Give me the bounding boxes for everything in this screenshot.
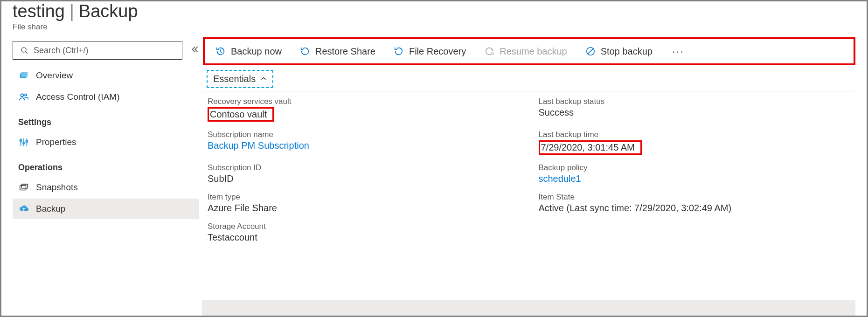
svg-line-1 <box>26 52 28 54</box>
sidebar-search[interactable] <box>13 41 182 60</box>
search-icon <box>19 45 30 56</box>
field-value: Azure File Share <box>208 203 520 214</box>
sidebar-item-backup[interactable]: Backup <box>13 199 199 219</box>
field-subscription-name: Subscription name Backup PM Subscription <box>208 130 520 155</box>
page-name: Backup <box>79 1 138 21</box>
field-label: Storage Account <box>208 222 520 231</box>
title-separator: | <box>69 1 74 21</box>
restore-share-button[interactable]: Restore Share <box>299 44 376 59</box>
svg-point-4 <box>21 94 23 96</box>
field-label: Last backup status <box>539 97 851 106</box>
essentials-toggle[interactable]: Essentials <box>207 70 273 88</box>
sidebar-section-settings: Settings <box>13 108 199 131</box>
sliders-icon <box>18 137 29 148</box>
field-recovery-services-vault: Recovery services vault Contoso vault <box>208 97 520 122</box>
undo-icon <box>393 46 404 57</box>
essentials-title: Essentials <box>213 74 256 84</box>
field-storage-account: Storage Account Testaccount <box>208 222 520 243</box>
resume-backup-button: Resume backup <box>483 44 568 59</box>
field-value: Testaccount <box>208 232 520 243</box>
field-item-type: Item type Azure File Share <box>208 193 520 214</box>
field-label: Backup policy <box>539 163 851 172</box>
svg-point-0 <box>21 48 26 52</box>
sidebar-item-overview[interactable]: Overview <box>13 65 199 86</box>
content-footer-bar <box>202 300 855 316</box>
stop-backup-button[interactable]: Stop backup <box>584 44 653 59</box>
sidebar-item-properties[interactable]: Properties <box>13 132 199 152</box>
toolbar-label: Resume backup <box>500 46 567 57</box>
file-recovery-button[interactable]: File Recovery <box>392 44 467 59</box>
field-label: Item type <box>208 193 520 202</box>
main-content: Backup now Restore Share <box>203 35 867 316</box>
resource-name: testing <box>13 1 65 21</box>
snapshot-icon <box>18 182 29 193</box>
field-subscription-id: Subscription ID SubID <box>208 163 520 184</box>
undo-icon <box>299 46 311 57</box>
sidebar-item-label: Properties <box>36 137 76 147</box>
chevron-up-icon <box>260 74 267 84</box>
field-value: Success <box>539 107 851 118</box>
field-label: Recovery services vault <box>208 97 520 106</box>
people-icon <box>18 91 29 103</box>
field-label: Last backup time <box>539 130 851 139</box>
field-last-backup-status: Last backup status Success <box>539 97 851 122</box>
sidebar-item-label: Snapshots <box>36 182 78 193</box>
svg-point-5 <box>25 94 27 96</box>
field-value: SubID <box>208 173 520 184</box>
svg-rect-10 <box>23 142 25 144</box>
divider <box>203 91 855 91</box>
field-value: 7/29/2020, 3:01:45 AM <box>539 140 642 155</box>
svg-rect-11 <box>26 140 28 142</box>
search-input[interactable] <box>34 46 176 55</box>
toolbar-label: Restore Share <box>315 46 375 57</box>
field-value: Contoso vault <box>208 107 274 122</box>
collapse-sidebar-button[interactable] <box>191 45 199 56</box>
subscription-link[interactable]: Backup PM Subscription <box>208 140 520 151</box>
more-actions-button[interactable]: ··· <box>669 45 687 58</box>
backup-now-button[interactable]: Backup now <box>214 44 283 59</box>
page-title: testing | Backup <box>13 1 855 21</box>
cloud-backup-icon <box>18 203 29 214</box>
svg-rect-12 <box>20 186 26 190</box>
refresh-icon <box>484 46 495 57</box>
field-label: Subscription name <box>208 130 520 139</box>
essentials-grid: Recovery services vault Contoso vault La… <box>203 97 855 243</box>
backup-policy-link[interactable]: schedule1 <box>539 173 851 184</box>
block-icon <box>585 46 596 57</box>
svg-rect-9 <box>20 140 22 142</box>
backup-now-icon <box>215 46 226 57</box>
sidebar: Overview Access Control (IAM) Settings <box>1 35 203 316</box>
toolbar-label: Stop backup <box>601 46 653 57</box>
svg-line-16 <box>221 52 222 53</box>
svg-rect-3 <box>21 72 28 77</box>
command-bar: Backup now Restore Share <box>203 37 855 65</box>
field-last-backup-time: Last backup time 7/29/2020, 3:01:45 AM <box>539 130 851 155</box>
svg-line-18 <box>588 48 593 54</box>
field-item-state: Item State Active (Last sync time: 7/29/… <box>539 193 851 214</box>
sidebar-item-snapshots[interactable]: Snapshots <box>13 177 199 198</box>
sidebar-item-iam[interactable]: Access Control (IAM) <box>13 87 199 107</box>
sidebar-section-operations: Operations <box>13 153 199 176</box>
field-label: Subscription ID <box>208 163 520 172</box>
field-value: Active (Last sync time: 7/29/2020, 3:02:… <box>539 203 851 214</box>
fileshare-icon <box>18 70 29 81</box>
field-backup-policy: Backup policy schedule1 <box>539 163 851 184</box>
field-label: Item State <box>539 193 851 202</box>
sidebar-item-label: Overview <box>36 70 73 81</box>
toolbar-label: File Recovery <box>409 46 466 57</box>
sidebar-item-label: Access Control (IAM) <box>36 92 119 102</box>
sidebar-item-label: Backup <box>36 204 65 214</box>
toolbar-label: Backup now <box>231 46 282 57</box>
resource-type-label: File share <box>13 22 855 32</box>
